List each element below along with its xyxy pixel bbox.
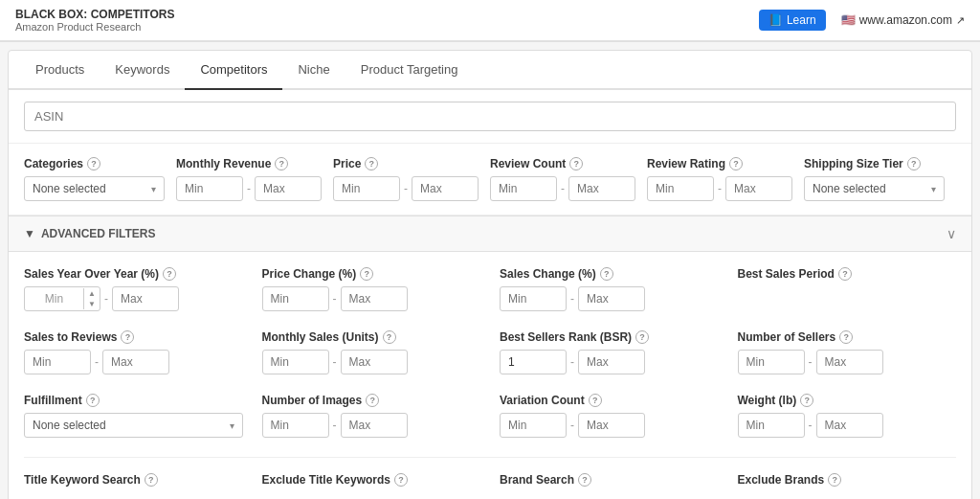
title-keyword-help-icon[interactable]: ? <box>145 473 158 487</box>
sales-yoy-down-icon[interactable]: ▼ <box>84 299 100 309</box>
sales-yoy-max[interactable] <box>112 286 179 311</box>
sales-to-reviews-help-icon[interactable]: ? <box>121 330 134 344</box>
amazon-link[interactable]: 🇺🇸 www.amazon.com ↗ <box>841 13 965 27</box>
tab-products[interactable]: Products <box>20 51 100 90</box>
categories-dropdown[interactable]: None selected ▾ <box>24 176 165 201</box>
adv-best-sales-period: Best Sales Period ? <box>738 267 957 311</box>
sales-yoy-help-icon[interactable]: ? <box>163 267 176 281</box>
exclude-title-input[interactable] <box>262 492 481 499</box>
fulfillment-dropdown[interactable]: None selected ▾ <box>24 413 243 438</box>
fulfillment-value: None selected <box>33 419 106 432</box>
bsr-help-icon[interactable]: ? <box>635 330 649 344</box>
variation-count-help-icon[interactable]: ? <box>589 394 602 407</box>
monthly-revenue-min[interactable] <box>176 176 243 201</box>
categories-value: None selected <box>33 182 106 195</box>
price-change-help-icon[interactable]: ? <box>360 267 373 281</box>
brand-search-input[interactable] <box>500 492 719 499</box>
sales-to-reviews-min[interactable] <box>24 350 91 374</box>
price-help-icon[interactable]: ? <box>365 157 378 170</box>
monthly-sales-max[interactable] <box>341 350 408 374</box>
title-keyword-input[interactable] <box>24 492 243 499</box>
fulfillment-label: Fulfillment ? <box>24 394 243 407</box>
review-rating-range: - <box>647 176 792 201</box>
brand-search-label: Brand Search ? <box>500 473 719 487</box>
monthly-sales-help-icon[interactable]: ? <box>383 330 396 344</box>
review-rating-dash: - <box>718 182 722 195</box>
exclude-title-help-icon[interactable]: ? <box>394 473 408 487</box>
bsr-range: - <box>500 350 719 374</box>
sales-to-reviews-dash: - <box>95 355 99 369</box>
num-images-max[interactable] <box>341 413 408 438</box>
shipping-size-tier-label: Shipping Size Tier ? <box>804 157 945 170</box>
bsr-min[interactable] <box>500 350 567 374</box>
sales-change-max[interactable] <box>578 286 645 311</box>
advanced-row-1: Sales Year Over Year (%) ? Min ▲ ▼ - <box>24 267 956 311</box>
learn-button[interactable]: 📘 Learn <box>759 10 826 31</box>
bsr-max[interactable] <box>578 350 645 374</box>
tab-product-targeting[interactable]: Product Targeting <box>345 51 474 90</box>
filter-review-count: Review Count ? - <box>490 157 647 201</box>
review-count-help-icon[interactable]: ? <box>569 157 583 170</box>
asin-input[interactable] <box>24 102 956 131</box>
review-count-max[interactable] <box>568 176 635 201</box>
categories-label: Categories ? <box>24 157 165 170</box>
price-change-min[interactable] <box>262 286 329 311</box>
num-sellers-min[interactable] <box>738 350 805 374</box>
advanced-filters-toggle[interactable]: ▼ ADVANCED FILTERS ∨ <box>9 215 971 252</box>
filter-price: Price ? - <box>333 157 490 201</box>
tab-competitors[interactable]: Competitors <box>185 51 282 90</box>
num-images-min[interactable] <box>262 413 329 438</box>
price-min[interactable] <box>333 176 400 201</box>
monthly-sales-min[interactable] <box>262 350 329 374</box>
exclude-brands-help-icon[interactable]: ? <box>828 473 841 487</box>
review-rating-max[interactable] <box>725 176 792 201</box>
adv-exclude-brands: Exclude Brands ? <box>738 473 957 499</box>
variation-count-max[interactable] <box>578 413 645 438</box>
monthly-revenue-max[interactable] <box>255 176 322 201</box>
sales-yoy-min-val: Min <box>25 287 83 310</box>
weight-max[interactable] <box>816 413 883 438</box>
sales-to-reviews-label: Sales to Reviews ? <box>24 330 243 344</box>
top-bar: BLACK BOX: COMPETITORS Amazon Product Re… <box>0 0 980 42</box>
tab-keywords[interactable]: Keywords <box>100 51 185 90</box>
exclude-brands-input[interactable] <box>738 492 957 499</box>
review-rating-min[interactable] <box>647 176 714 201</box>
app-title-section: BLACK BOX: COMPETITORS Amazon Product Re… <box>15 8 174 33</box>
weight-min[interactable] <box>738 413 805 438</box>
learn-icon: 📘 <box>768 13 783 27</box>
brand-search-help-icon[interactable]: ? <box>578 473 591 487</box>
categories-chevron-icon: ▾ <box>151 184 156 194</box>
sales-change-min[interactable] <box>500 286 567 311</box>
categories-help-icon[interactable]: ? <box>87 157 100 170</box>
weight-help-icon[interactable]: ? <box>800 394 813 407</box>
shipping-size-tier-help-icon[interactable]: ? <box>907 157 921 170</box>
price-change-max[interactable] <box>341 286 408 311</box>
price-change-dash: - <box>333 292 337 306</box>
monthly-revenue-label: Monthly Revenue ? <box>176 157 322 170</box>
review-count-min[interactable] <box>490 176 557 201</box>
price-max[interactable] <box>412 176 479 201</box>
advanced-section: Sales Year Over Year (%) ? Min ▲ ▼ - <box>9 252 971 499</box>
bsr-dash: - <box>570 355 574 369</box>
num-sellers-max[interactable] <box>816 350 883 374</box>
bsr-label: Best Sellers Rank (BSR) ? <box>500 330 719 344</box>
variation-count-min[interactable] <box>500 413 567 438</box>
monthly-sales-label: Monthly Sales (Units) ? <box>262 330 481 344</box>
top-bar-right: 📘 Learn 🇺🇸 www.amazon.com ↗ <box>759 10 965 31</box>
num-images-help-icon[interactable]: ? <box>366 394 379 407</box>
sales-change-help-icon[interactable]: ? <box>600 267 613 281</box>
price-label: Price ? <box>333 157 479 170</box>
review-rating-help-icon[interactable]: ? <box>729 157 743 170</box>
best-sales-period-help-icon[interactable]: ? <box>838 267 852 281</box>
sales-yoy-dash: - <box>104 292 108 306</box>
monthly-revenue-help-icon[interactable]: ? <box>275 157 288 170</box>
adv-num-images: Number of Images ? - <box>262 394 501 438</box>
review-rating-label: Review Rating ? <box>647 157 792 170</box>
num-sellers-help-icon[interactable]: ? <box>839 330 853 344</box>
adv-exclude-title: Exclude Title Keywords ? <box>262 473 501 499</box>
sales-to-reviews-max[interactable] <box>102 350 169 374</box>
fulfillment-help-icon[interactable]: ? <box>86 394 100 407</box>
shipping-size-tier-dropdown[interactable]: None selected ▾ <box>804 176 945 201</box>
tab-niche[interactable]: Niche <box>282 51 345 90</box>
sales-yoy-up-icon[interactable]: ▲ <box>84 288 100 299</box>
